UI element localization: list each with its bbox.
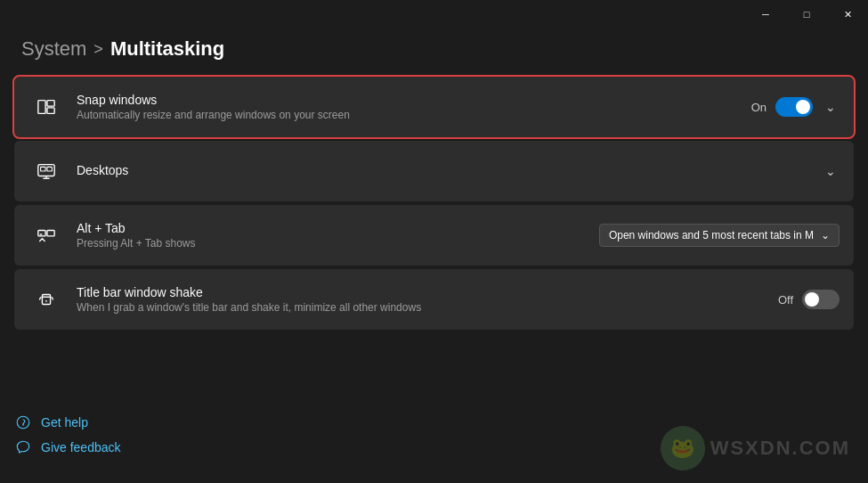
desktops-control: ⌄ bbox=[822, 162, 840, 180]
alt-tab-dropdown-value: Open windows and 5 most recent tabs in M bbox=[609, 229, 814, 242]
snap-windows-chevron[interactable]: ⌄ bbox=[822, 98, 840, 116]
snap-windows-text: Snap windows Automatically resize and ar… bbox=[77, 93, 751, 121]
svg-rect-9 bbox=[47, 231, 54, 236]
snap-windows-control: On ⌄ bbox=[751, 97, 840, 117]
title-bar-shake-toggle-thumb bbox=[805, 292, 819, 307]
alt-tab-title: Alt + Tab bbox=[77, 221, 599, 235]
title-bar-shake-title: Title bar window shake bbox=[77, 285, 778, 299]
alt-tab-row[interactable]: Alt + Tab Pressing Alt + Tab shows Open … bbox=[14, 205, 854, 266]
desktops-title: Desktops bbox=[77, 163, 822, 177]
close-button[interactable]: ✕ bbox=[827, 0, 868, 29]
watermark: 🐸 WSXDN.COM bbox=[661, 426, 850, 471]
svg-rect-11 bbox=[42, 295, 50, 305]
svg-rect-8 bbox=[38, 231, 45, 236]
svg-rect-0 bbox=[38, 101, 45, 114]
alt-tab-dropdown-chevron: ⌄ bbox=[821, 229, 830, 242]
snap-windows-toggle-thumb bbox=[796, 100, 810, 114]
title-bar-shake-icon bbox=[28, 282, 64, 317]
get-help-label: Get help bbox=[41, 415, 88, 430]
snap-windows-toggle[interactable] bbox=[775, 97, 813, 117]
give-feedback-label: Give feedback bbox=[41, 440, 121, 454]
svg-rect-6 bbox=[41, 167, 46, 171]
header: System > Multitasking bbox=[0, 29, 868, 77]
alt-tab-text: Alt + Tab Pressing Alt + Tab shows bbox=[77, 221, 599, 250]
title-bar-shake-desc: When I grab a window's title bar and sha… bbox=[77, 301, 778, 314]
get-help-link[interactable]: Get help bbox=[14, 413, 121, 431]
snap-windows-title: Snap windows bbox=[77, 93, 751, 107]
title-bar-shake-toggle-label: Off bbox=[778, 293, 793, 307]
watermark-mascot: 🐸 bbox=[661, 426, 705, 471]
snap-windows-row[interactable]: Snap windows Automatically resize and ar… bbox=[14, 77, 854, 137]
svg-rect-1 bbox=[47, 101, 54, 106]
give-feedback-link[interactable]: Give feedback bbox=[14, 438, 121, 456]
svg-point-13 bbox=[45, 300, 47, 302]
breadcrumb-separator: > bbox=[93, 40, 103, 59]
title-bar-shake-text: Title bar window shake When I grab a win… bbox=[77, 285, 778, 314]
desktops-icon bbox=[28, 153, 64, 189]
settings-content: Snap windows Automatically resize and ar… bbox=[0, 77, 868, 330]
footer: Get help Give feedback bbox=[14, 413, 121, 456]
svg-rect-2 bbox=[47, 108, 54, 113]
svg-point-14 bbox=[17, 416, 29, 429]
svg-rect-7 bbox=[47, 167, 52, 171]
get-help-icon bbox=[14, 413, 32, 431]
breadcrumb-parent[interactable]: System bbox=[21, 37, 86, 61]
title-bar-shake-control: Off bbox=[778, 290, 840, 309]
snap-windows-desc: Automatically resize and arrange windows… bbox=[77, 109, 751, 121]
watermark-text: WSXDN.COM bbox=[710, 437, 850, 460]
alt-tab-icon bbox=[28, 217, 64, 253]
alt-tab-dropdown[interactable]: Open windows and 5 most recent tabs in M… bbox=[599, 224, 840, 247]
breadcrumb-current: Multitasking bbox=[110, 37, 224, 61]
title-bar: ─ □ ✕ bbox=[0, 0, 868, 29]
give-feedback-icon bbox=[14, 438, 32, 456]
snap-windows-toggle-label: On bbox=[751, 101, 767, 114]
title-bar-shake-row[interactable]: Title bar window shake When I grab a win… bbox=[14, 269, 854, 330]
alt-tab-desc: Pressing Alt + Tab shows bbox=[77, 237, 599, 250]
snap-windows-icon bbox=[28, 89, 64, 125]
maximize-button[interactable]: □ bbox=[786, 0, 827, 29]
breadcrumb: System > Multitasking bbox=[21, 37, 847, 61]
desktops-row[interactable]: Desktops ⌄ bbox=[14, 141, 854, 201]
alt-tab-control: Open windows and 5 most recent tabs in M… bbox=[599, 224, 840, 247]
minimize-button[interactable]: ─ bbox=[745, 0, 786, 29]
desktops-text: Desktops bbox=[77, 163, 822, 179]
desktops-chevron[interactable]: ⌄ bbox=[822, 162, 840, 180]
title-bar-shake-toggle[interactable] bbox=[802, 290, 840, 309]
